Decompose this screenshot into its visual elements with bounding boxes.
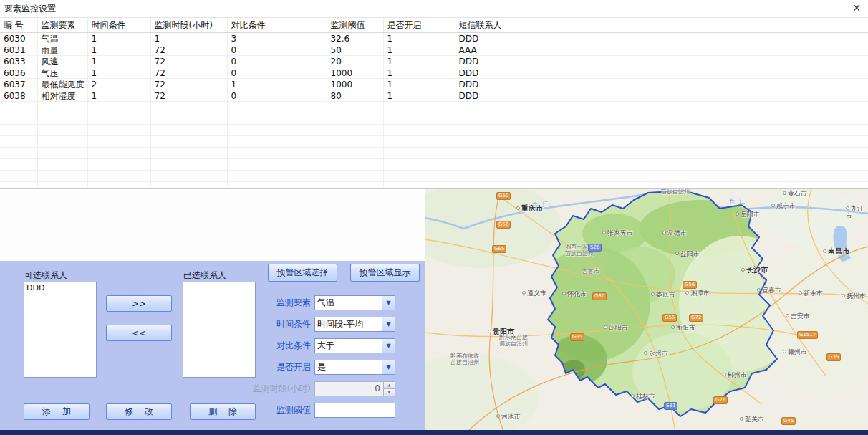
empty-row: [0, 113, 868, 125]
table-row[interactable]: 6038相对湿度1720801DDD: [0, 90, 868, 102]
empty-row: [0, 125, 868, 136]
column-header[interactable]: 时间条件: [87, 18, 150, 33]
bottom-strip: [0, 430, 868, 435]
table-row[interactable]: 6037最低能见度272110001DDD: [0, 79, 868, 90]
enabled-value: 是: [315, 360, 382, 374]
move-left-button[interactable]: <<: [106, 325, 172, 341]
enabled-select[interactable]: 是 ▼: [314, 360, 395, 375]
element-monitor-settings-window: 要素监控设置 ✕ 编 号监测要素时间条件监测时段(小时)对比条件监测阈值是否开启…: [0, 0, 868, 435]
add-button[interactable]: 添 加: [24, 403, 90, 420]
spin-up-icon[interactable]: ▲: [384, 382, 395, 388]
empty-row: [0, 148, 868, 159]
compare-condition-select[interactable]: 大于 ▼: [314, 338, 395, 353]
empty-row: [0, 171, 868, 182]
modify-button[interactable]: 修 改: [106, 403, 172, 420]
column-header[interactable]: 监测要素: [37, 18, 87, 33]
window-title: 要素监控设置: [4, 3, 56, 15]
delete-button[interactable]: 删 除: [190, 403, 256, 420]
monitor-period-spinner[interactable]: 0 ▲ ▼: [314, 381, 395, 396]
titlebar: 要素监控设置 ✕: [0, 0, 868, 18]
empty-row: [0, 102, 868, 113]
monitor-table-wrap: 编 号监测要素时间条件监测时段(小时)对比条件监测阈值是否开启短信联系人6030…: [0, 18, 868, 188]
table-row[interactable]: 6030气温11332.61DDD: [0, 33, 868, 44]
warning-area-select-button[interactable]: 预警区域选择: [268, 264, 337, 282]
threshold-input[interactable]: [314, 403, 395, 418]
panel-gap: [0, 189, 425, 261]
chevron-down-icon[interactable]: ▼: [382, 296, 395, 310]
monitor-period-value: 0: [315, 382, 383, 396]
column-header[interactable]: 编 号: [0, 18, 37, 33]
time-condition-value: 时间段-平均: [315, 317, 382, 331]
spinner-arrows[interactable]: ▲ ▼: [383, 382, 395, 396]
chevron-down-icon[interactable]: ▼: [382, 339, 395, 353]
map-view[interactable]: 重庆市长 江长 江恩施土家族 苗族自治州黄石市咸宁市九江市岳阳市常德市张家界市湘…: [425, 189, 868, 431]
column-header[interactable]: 监测时段(小时): [150, 18, 227, 33]
table-row[interactable]: 6031雨量1720501AAA: [0, 44, 868, 56]
time-condition-select[interactable]: 时间段-平均 ▼: [314, 317, 395, 332]
enabled-label: 是否开启: [233, 361, 311, 373]
monitor-element-label: 监测要素: [233, 297, 311, 309]
empty-row: [0, 182, 868, 189]
map-canvas: [425, 189, 868, 431]
warning-area-display-button[interactable]: 预警区域显示: [350, 264, 420, 282]
move-right-button[interactable]: >>: [106, 295, 172, 312]
monitor-period-label: 监测时段(小时): [233, 383, 311, 395]
column-header[interactable]: 对比条件: [227, 18, 327, 33]
available-contacts-list[interactable]: DDD: [24, 282, 97, 378]
selected-contacts-label: 已选联系人: [183, 269, 226, 282]
close-icon[interactable]: ✕: [852, 2, 861, 14]
available-contacts-label: 可选联系人: [24, 269, 67, 282]
monitor-element-value: 气温: [315, 296, 382, 310]
edit-panel: 可选联系人 DDD >> << 已选联系人 预警区域选择 预警区域显示 监测要素…: [0, 261, 425, 431]
spin-down-icon[interactable]: ▼: [384, 388, 395, 396]
empty-row: [0, 159, 868, 171]
column-header[interactable]: 监测阈值: [327, 18, 383, 33]
table-row[interactable]: 6036气压172010001DDD: [0, 67, 868, 79]
chevron-down-icon[interactable]: ▼: [382, 360, 395, 374]
contact-list-item[interactable]: DDD: [24, 282, 96, 293]
monitor-element-select[interactable]: 气温 ▼: [314, 295, 395, 310]
column-header[interactable]: 短信联系人: [455, 18, 577, 33]
time-condition-label: 时间条件: [233, 318, 311, 330]
table-row[interactable]: 6033风速1720201DDD: [0, 56, 868, 67]
chevron-down-icon[interactable]: ▼: [382, 317, 395, 331]
compare-condition-value: 大于: [315, 339, 382, 353]
monitor-table[interactable]: 编 号监测要素时间条件监测时段(小时)对比条件监测阈值是否开启短信联系人6030…: [0, 18, 868, 188]
bottom-section: 可选联系人 DDD >> << 已选联系人 预警区域选择 预警区域显示 监测要素…: [0, 188, 868, 431]
column-header[interactable]: [577, 18, 868, 33]
compare-condition-label: 对比条件: [233, 340, 311, 352]
column-header[interactable]: 是否开启: [383, 18, 455, 33]
empty-row: [0, 136, 868, 148]
